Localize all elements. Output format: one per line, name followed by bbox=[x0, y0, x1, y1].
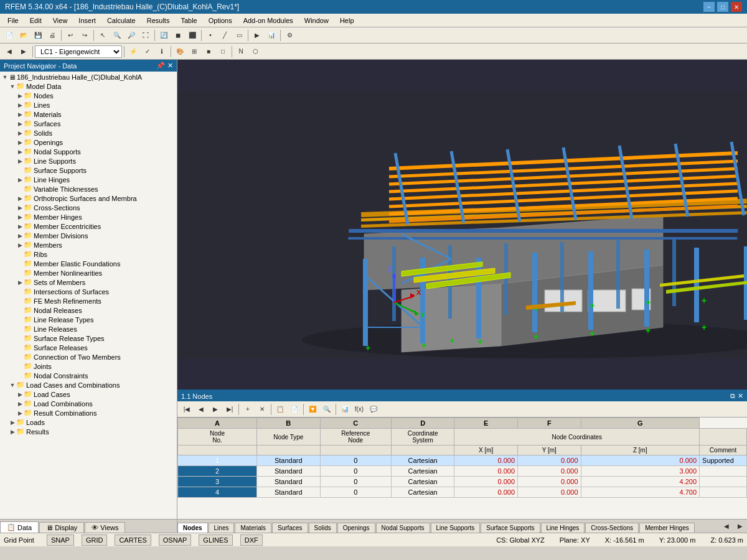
tree-nodal-constraints[interactable]: 📁 Nodal Constraints bbox=[0, 371, 177, 380]
tree-load-cases[interactable]: ▶ 📁 Load Cases bbox=[0, 390, 177, 399]
tree-intersections[interactable]: 📁 Intersections of Surfaces bbox=[0, 287, 177, 296]
tb-solid[interactable]: ■ bbox=[202, 45, 215, 58]
tb-undo[interactable]: ↩ bbox=[63, 29, 77, 42]
tb-new[interactable]: 📄 bbox=[2, 29, 16, 42]
tree-surfaces[interactable]: ▶ 📁 Surfaces bbox=[0, 119, 177, 128]
tree-ribs[interactable]: 📁 Ribs bbox=[0, 250, 177, 259]
tree-surface-release-types[interactable]: 📁 Surface Release Types bbox=[0, 334, 177, 343]
tab-line-supports[interactable]: Line Supports bbox=[431, 523, 481, 533]
tb-results[interactable]: 📊 bbox=[265, 29, 278, 42]
tab-lines[interactable]: Lines bbox=[209, 523, 235, 533]
tree-member-ecc[interactable]: ▶ 📁 Member Eccentricities bbox=[0, 222, 177, 231]
maximize-button[interactable]: □ bbox=[717, 2, 728, 12]
tree-surface-supports[interactable]: 📁 Surface Supports bbox=[0, 166, 177, 175]
tb-calculate[interactable]: ▶ bbox=[250, 29, 264, 42]
tab-materials[interactable]: Materials bbox=[235, 523, 271, 533]
tt-prev[interactable]: ◀ bbox=[194, 403, 208, 416]
tab-nodes[interactable]: Nodes bbox=[177, 523, 208, 533]
tab-scroll-left[interactable]: ◀ bbox=[720, 519, 733, 533]
tb-view-xy[interactable]: ⬛ bbox=[186, 29, 199, 42]
tb-redo[interactable]: ↪ bbox=[78, 29, 92, 42]
menu-results[interactable]: Results bbox=[142, 16, 175, 26]
menu-file[interactable]: File bbox=[2, 16, 24, 26]
cartes-button[interactable]: CARTES bbox=[115, 534, 151, 546]
grid-button[interactable]: GRID bbox=[82, 534, 108, 546]
tt-add[interactable]: + bbox=[241, 403, 255, 416]
tab-line-hinges[interactable]: Line Hinges bbox=[541, 523, 585, 533]
table-content[interactable]: A B C D E F G NodeNo. Node Type Referenc… bbox=[177, 418, 747, 519]
tab-surfaces[interactable]: Surfaces bbox=[272, 523, 308, 533]
tree-load-cases-comb[interactable]: ▼ 📁 Load Cases and Combinations bbox=[0, 380, 177, 390]
menu-window[interactable]: Window bbox=[299, 16, 334, 26]
tb-prev-lc[interactable]: ◀ bbox=[2, 45, 16, 58]
menu-help[interactable]: Help bbox=[335, 16, 359, 26]
nav-tab-display[interactable]: 🖥 Display bbox=[39, 522, 84, 533]
tb-line[interactable]: ╱ bbox=[218, 29, 232, 42]
tree-solids[interactable]: ▶ 📁 Solids bbox=[0, 128, 177, 138]
snap-button[interactable]: SNAP bbox=[47, 534, 74, 546]
tab-surface-supports[interactable]: Surface Supports bbox=[481, 523, 540, 533]
tree-surface-releases[interactable]: 📁 Surface Releases bbox=[0, 343, 177, 352]
tree-mem-nonlin[interactable]: 📁 Member Nonlinearities bbox=[0, 268, 177, 278]
tb-check[interactable]: ✓ bbox=[141, 45, 154, 58]
tab-nodal-supports[interactable]: Nodal Supports bbox=[376, 523, 430, 533]
menu-insert[interactable]: Insert bbox=[73, 16, 101, 26]
nav-pin[interactable]: 📌 bbox=[156, 62, 165, 70]
tree-results[interactable]: ▶ 📁 Results bbox=[0, 427, 177, 436]
tt-delete[interactable]: ✕ bbox=[255, 403, 269, 416]
load-case-selector[interactable]: LC1 - Eigengewicht bbox=[35, 45, 122, 58]
tree-line-release-types[interactable]: 📁 Line Release Types bbox=[0, 315, 177, 324]
nav-tab-views[interactable]: 👁 Views bbox=[85, 522, 125, 533]
tb-north[interactable]: N bbox=[234, 45, 248, 58]
dxf-button[interactable]: DXF bbox=[240, 534, 263, 546]
tt-comment[interactable]: 💬 bbox=[367, 403, 380, 416]
nav-tab-data[interactable]: 📋 Data bbox=[0, 521, 39, 533]
tb-view-3d[interactable]: ◼ bbox=[171, 29, 185, 42]
menu-options[interactable]: Options bbox=[204, 16, 237, 26]
tree-root[interactable]: ▼ 🖥 186_Industriebau Halle_(C)Dlubal_Koh… bbox=[0, 73, 177, 82]
tab-member-hinges[interactable]: Member Hinges bbox=[639, 523, 695, 533]
tt-search[interactable]: 🔍 bbox=[320, 403, 334, 416]
table-float-icon[interactable]: ⧉ bbox=[730, 392, 735, 400]
tree-line-hinges[interactable]: ▶ 📁 Line Hinges bbox=[0, 175, 177, 184]
tab-solids[interactable]: Solids bbox=[309, 523, 337, 533]
osnap-button[interactable]: OSNAP bbox=[159, 534, 192, 546]
tree-openings[interactable]: ▶ 📁 Openings bbox=[0, 138, 177, 147]
tb-select[interactable]: ↖ bbox=[96, 29, 110, 42]
tree-nodal-releases[interactable]: 📁 Nodal Releases bbox=[0, 306, 177, 315]
minimize-button[interactable]: − bbox=[703, 2, 715, 12]
tt-copy[interactable]: 📋 bbox=[273, 403, 287, 416]
tree-sets-members[interactable]: ▶ 📁 Sets of Members bbox=[0, 278, 177, 287]
tree-ortho[interactable]: ▶ 📁 Orthotropic Surfaces and Membra bbox=[0, 194, 177, 203]
tree-line-supports[interactable]: ▶ 📁 Line Supports bbox=[0, 156, 177, 166]
menu-calculate[interactable]: Calculate bbox=[102, 16, 141, 26]
tb-wire[interactable]: ⊞ bbox=[187, 45, 201, 58]
tree-members[interactable]: ▶ 📁 Members bbox=[0, 240, 177, 250]
tree-mem-elastic[interactable]: 📁 Member Elastic Foundations bbox=[0, 259, 177, 268]
tt-paste[interactable]: 📄 bbox=[288, 403, 301, 416]
tb-rotate[interactable]: 🔄 bbox=[157, 29, 171, 42]
tree-joints[interactable]: 📁 Joints bbox=[0, 362, 177, 371]
tt-filter[interactable]: 🔽 bbox=[306, 403, 319, 416]
tt-formula[interactable]: f(x) bbox=[352, 403, 366, 416]
tb-save[interactable]: 💾 bbox=[31, 29, 45, 42]
tree-materials[interactable]: ▶ 📁 Materials bbox=[0, 110, 177, 119]
tree-result-combinations[interactable]: ▶ 📁 Result Combinations bbox=[0, 408, 177, 418]
tree-conn-two-members[interactable]: 📁 Connection of Two Members bbox=[0, 352, 177, 362]
tree-var-thick[interactable]: 📁 Variable Thicknesses bbox=[0, 184, 177, 194]
tt-export[interactable]: 📊 bbox=[338, 403, 352, 416]
tb-zoom-all[interactable]: ⛶ bbox=[139, 29, 153, 42]
tree-line-releases[interactable]: 📁 Line Releases bbox=[0, 324, 177, 334]
table-close-icon[interactable]: ✕ bbox=[738, 392, 743, 400]
tt-last[interactable]: ▶| bbox=[223, 403, 237, 416]
tb-node[interactable]: • bbox=[204, 29, 217, 42]
menu-view[interactable]: View bbox=[48, 16, 73, 26]
tab-cross-sections[interactable]: Cross-Sections bbox=[585, 523, 639, 533]
3d-viewport[interactable]: + + + + + + + + + + + + + Z bbox=[177, 60, 747, 390]
tree-member-div[interactable]: ▶ 📁 Member Divisions bbox=[0, 231, 177, 240]
tb-next-lc[interactable]: ▶ bbox=[17, 45, 31, 58]
close-button[interactable]: ✕ bbox=[731, 2, 742, 12]
menu-addon[interactable]: Add-on Modules bbox=[238, 16, 298, 26]
tree-nodes[interactable]: ▶ 📁 Nodes bbox=[0, 91, 177, 100]
tree-load-combinations[interactable]: ▶ 📁 Load Combinations bbox=[0, 399, 177, 408]
